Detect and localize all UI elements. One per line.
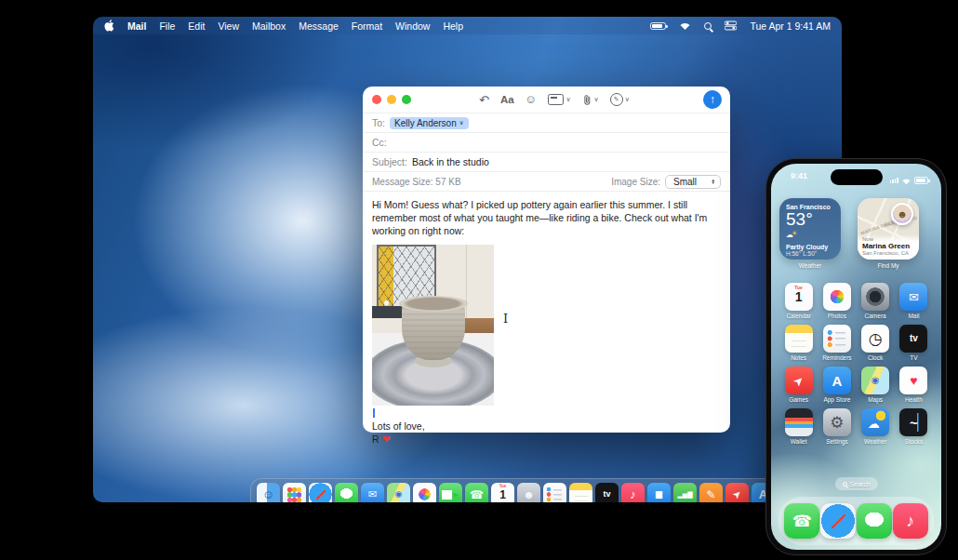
app-glyph: ➤ — [730, 487, 743, 500]
app-icon-weather[interactable]: ☁ Weather — [857, 408, 894, 445]
app-icon-clock[interactable]: ◷ Clock — [857, 325, 894, 361]
dock-icon-safari[interactable] — [309, 483, 332, 502]
menu-item[interactable]: View — [218, 20, 239, 32]
format-text-button[interactable]: Aa — [500, 94, 514, 105]
app-label: Camera — [865, 313, 886, 319]
menu-item[interactable]: Window — [395, 20, 430, 32]
undo-icon[interactable]: ↶ — [479, 93, 489, 107]
dock-icon-reminders[interactable] — [543, 483, 566, 502]
findmy-widget-label: Find My — [858, 262, 919, 269]
dock-icon-messages[interactable] — [335, 483, 358, 502]
close-window-button[interactable] — [372, 95, 381, 104]
dock-icon-finder[interactable]: ☺ — [257, 483, 280, 502]
app-icon-settings[interactable]: ⚙ Settings — [818, 408, 856, 445]
app-icon-app-store[interactable]: A App Store — [818, 367, 856, 403]
dock-icon-maps[interactable]: ◉ — [387, 483, 410, 502]
insert-photo-button[interactable]: ✎∨ — [610, 93, 630, 106]
dock-icon-apple-tv[interactable]: tv — [595, 483, 619, 502]
weather-widget[interactable]: San Francisco 53° ☀ ☁ Partly Cloudy H:56… — [779, 198, 841, 260]
dock-icon-numbers[interactable]: ▂▅▇ — [673, 483, 697, 502]
app-label: Clock — [868, 354, 883, 361]
cc-field[interactable]: Cc: — [363, 132, 730, 152]
app-glyph: tv — [910, 334, 918, 343]
app-glyph: ~ — [910, 416, 918, 430]
control-center-icon[interactable] — [725, 20, 737, 31]
dock-icon-pages[interactable]: ✎ — [699, 483, 723, 502]
calendar-weekday-text: Tue — [491, 485, 514, 489]
search-icon[interactable] — [704, 22, 712, 30]
dock-icon-calendar[interactable]: Tue 1 — [491, 483, 514, 502]
to-field[interactable]: To: Kelly Anderson∨ — [363, 113, 730, 132]
dock-icon-phone[interactable]: ☎ — [465, 483, 488, 502]
menu-item[interactable]: Mailbox — [252, 20, 286, 32]
dock-icon-launchpad[interactable] — [283, 483, 306, 502]
emoji-picker-icon[interactable]: ☺ — [526, 93, 538, 106]
dock-icon-photos[interactable] — [413, 483, 436, 502]
iphone-dock-icon-music[interactable]: ♪ — [893, 503, 928, 539]
weather-temperature: 53° — [786, 210, 834, 229]
app-icon-health[interactable]: ♥ Health — [895, 367, 932, 403]
app-icon-mail[interactable]: ✉ Mail — [895, 283, 932, 319]
header-fields-icon — [548, 94, 564, 105]
attach-file-button[interactable]: ∨ — [582, 94, 599, 106]
send-button[interactable]: ↑ — [703, 90, 722, 109]
paperclip-icon — [582, 94, 592, 106]
iphone-dock-icon-messages[interactable] — [857, 503, 892, 539]
app-glyph: tv — [603, 490, 610, 499]
menu-bar-clock[interactable]: Tue Apr 1 9:41 AM — [750, 20, 831, 32]
iphone-dock-icon-safari[interactable] — [820, 503, 856, 539]
menu-item[interactable]: File — [159, 20, 175, 32]
menu-item[interactable]: Edit — [188, 20, 205, 32]
iphone-clock: 9:41 — [791, 171, 807, 180]
dock-icon-games[interactable]: ➤ — [725, 483, 749, 502]
menu-item[interactable]: Help — [443, 20, 463, 32]
dock-icon-keynote[interactable]: ▆ — [647, 483, 671, 502]
dock-icon-notes[interactable] — [569, 483, 592, 502]
image-size-select[interactable]: Small ▲▼ — [665, 175, 721, 189]
app-icon-stocks[interactable]: ~ Stocks — [895, 408, 932, 445]
app-label: Settings — [826, 438, 848, 445]
spotlight-search-pill[interactable]: Search — [834, 477, 877, 490]
message-size-row: Message Size: 57 KB Image Size: Small ▲▼ — [363, 171, 730, 191]
text-caret — [373, 408, 375, 418]
dock-icon-facetime[interactable]: ▶ — [439, 483, 462, 502]
dock-icon-contacts[interactable]: ☻ — [517, 483, 540, 502]
select-chevrons-icon: ▲▼ — [712, 179, 715, 184]
app-icon-tv[interactable]: tv TV — [895, 325, 932, 361]
minimize-window-button[interactable] — [387, 95, 396, 104]
app-icon-calendar[interactable]: Tue 1 Calendar — [780, 283, 818, 319]
menu-item[interactable]: Mail — [127, 20, 146, 32]
recipient-token[interactable]: Kelly Anderson∨ — [390, 117, 468, 129]
message-body[interactable]: Hi Mom! Guess what? I picked up pottery … — [363, 191, 730, 447]
battery-icon[interactable] — [650, 22, 666, 30]
search-icon — [842, 482, 846, 487]
subject-field[interactable]: Subject: Back in the studio — [363, 152, 730, 171]
wifi-icon[interactable] — [679, 21, 691, 31]
app-label: Mail — [908, 313, 919, 319]
app-icon-notes[interactable]: Notes — [780, 325, 818, 361]
apple-menu-icon[interactable] — [104, 20, 114, 32]
zoom-window-button[interactable] — [402, 95, 411, 104]
menu-item[interactable]: Message — [299, 20, 339, 32]
header-fields-button[interactable]: ∨ — [548, 94, 570, 105]
menu-item[interactable]: Format — [352, 20, 382, 32]
weather-widget-label: Weather — [779, 262, 841, 269]
app-label: Games — [789, 396, 808, 403]
app-icon-photos[interactable]: Photos — [818, 283, 856, 319]
dock-icon-mail[interactable]: ✉ — [361, 483, 384, 502]
app-label: Notes — [791, 354, 806, 361]
app-icon-maps[interactable]: ◉ Maps — [857, 367, 894, 403]
home-screen-app-grid: Tue 1 Calendar Photos — [771, 283, 941, 445]
app-label: Calendar — [786, 313, 810, 319]
app-icon-wallet[interactable]: Wallet — [780, 408, 818, 445]
dock-icon-music[interactable]: ♪ — [621, 483, 645, 502]
wifi-icon — [901, 172, 911, 189]
app-icon-reminders[interactable]: Reminders — [818, 325, 856, 361]
app-icon-camera[interactable]: Camera — [857, 283, 894, 319]
pottery-photo-attachment[interactable] — [372, 245, 494, 406]
app-icon-games[interactable]: ➤ Games — [780, 367, 818, 403]
app-glyph: ▆ — [656, 490, 662, 499]
iphone-dock-icon-phone[interactable]: ☎ — [784, 503, 819, 539]
findmy-widget[interactable]: MARINA GREEN DR MARINA BLVD ☻ Now Marina… — [858, 198, 919, 260]
app-glyph: ▂▅▇ — [677, 491, 692, 498]
